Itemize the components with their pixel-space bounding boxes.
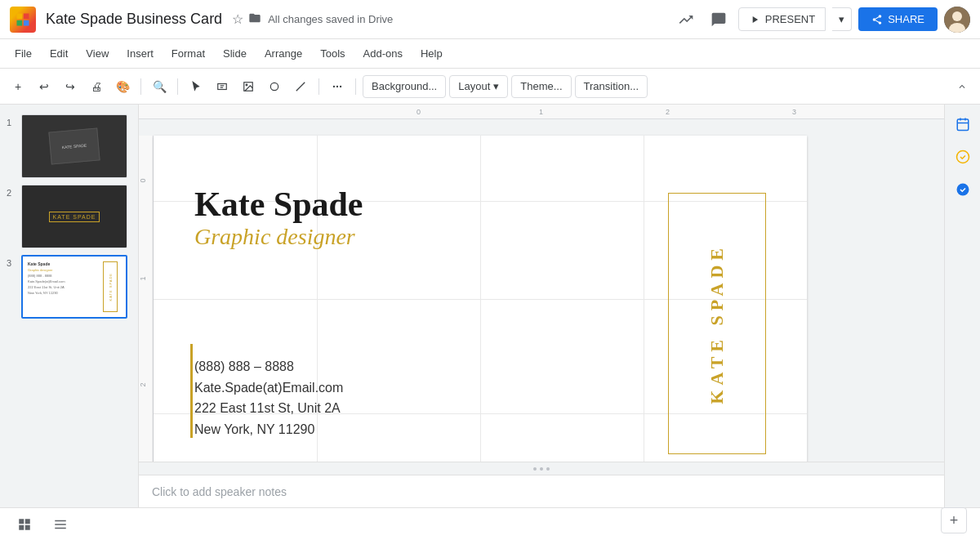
toolbar-sep-4 [355,78,356,95]
svg-point-15 [336,85,338,87]
sep-dot-1 [533,467,537,471]
toolbar-add-btn[interactable]: + [7,75,29,98]
svg-point-5 [952,11,962,21]
toolbar-textbox[interactable] [211,75,234,98]
slide-num-3: 3 [7,258,16,268]
toolbar-shape[interactable] [263,75,286,98]
slide-thumb-1[interactable]: 1 KATE SPADE [0,111,138,181]
theme-button[interactable]: Theme... [511,75,571,98]
menu-slide[interactable]: Slide [215,44,255,63]
slide-address1: 222 East 11st St, Unit 2A [194,398,343,419]
slide-image-3: Kate Spade Graphic designer (888) 888 - … [21,255,127,319]
slide-image-2: KATE SPADE [21,185,127,248]
ruler-horizontal: 0 1 2 3 [139,105,944,119]
layout-dropdown-icon: ▾ [493,80,499,92]
menu-help[interactable]: Help [412,44,451,63]
folder-icon[interactable] [248,11,261,28]
svg-line-13 [296,82,305,91]
menu-bar: File Edit View Insert Format Slide Arran… [0,39,980,69]
slide-num-1: 1 [7,118,16,127]
slide-email: Kate.Spade(at)Email.com [194,377,343,399]
list-view-icon[interactable] [49,513,72,536]
speaker-notes[interactable]: Click to add speaker notes [139,475,944,507]
activity-icon[interactable] [673,7,699,33]
add-slide-button[interactable]: + [941,507,967,533]
side-vertical-text: KATE SPADE [706,243,728,404]
document-title: Kate Spade Business Card [46,11,222,28]
menu-file[interactable]: File [7,44,40,63]
top-right-actions: PRESENT ▾ SHARE [673,7,970,33]
svg-rect-23 [19,519,24,524]
avatar[interactable] [944,7,970,33]
toolbar-redo-btn[interactable]: ↪ [59,75,82,98]
slide-thumb-2[interactable]: 2 KATE SPADE [0,181,138,252]
title-bar: Kate Spade Business Card ☆ All changes s… [0,0,980,39]
menu-view[interactable]: View [78,44,117,63]
app-icon[interactable] [10,7,36,33]
thumb3-side-box: KATE SPADE [103,261,118,312]
sep-dots-area [139,462,944,475]
right-icon-tasks[interactable] [950,144,976,170]
toolbar-zoom-out[interactable]: 🔍 [148,75,171,98]
toolbar-select[interactable] [185,75,207,98]
present-dropdown[interactable]: ▾ [832,7,852,31]
toolbar-image[interactable] [237,75,260,98]
menu-edit[interactable]: Edit [42,44,76,63]
thumb3-vtext: KATE SPADE [109,273,113,301]
slide-name[interactable]: Kate Spade [194,185,363,224]
side-box[interactable]: KATE SPADE [668,193,766,454]
svg-point-14 [333,85,335,87]
toolbar-collapse[interactable] [951,75,973,98]
background-button[interactable]: Background... [363,75,446,98]
comment-icon[interactable] [706,7,732,33]
toolbar-line[interactable] [289,75,312,98]
menu-tools[interactable]: Tools [312,44,353,63]
svg-rect-24 [25,519,30,524]
menu-arrange[interactable]: Arrange [256,44,310,63]
right-icon-more[interactable] [950,176,976,203]
saved-status: All changes saved in Drive [268,13,393,25]
menu-insert[interactable]: Insert [118,44,162,63]
present-button[interactable]: PRESENT [738,7,826,31]
svg-rect-7 [218,83,227,89]
slide-contact[interactable]: (888) 888 – 8888 Kate.Spade(at)Email.com… [194,356,343,440]
bottom-bar: + [0,507,980,540]
toolbar-print-btn[interactable]: 🖨 [85,75,108,98]
right-icon-calendar[interactable] [950,111,976,137]
notes-placeholder[interactable]: Click to add speaker notes [152,485,287,498]
canvas-scroll[interactable]: 0 1 2 Kate Spade Graphic designer [139,119,944,462]
grid-v-2 [480,136,481,462]
ruler-vertical: 0 1 2 [139,136,154,462]
svg-point-22 [956,184,969,196]
toolbar-sep-3 [318,78,319,95]
toolbar-more[interactable] [326,75,349,98]
slide-canvas[interactable]: Kate Spade Graphic designer (888) 888 – … [154,136,807,462]
svg-point-16 [340,85,341,87]
star-icon[interactable]: ☆ [232,11,243,27]
svg-rect-25 [19,524,24,529]
slide-designer-title[interactable]: Graphic designer [194,224,355,250]
svg-rect-17 [957,119,969,131]
right-panel [944,105,980,507]
svg-rect-2 [17,20,23,25]
layout-button[interactable]: Layout ▾ [449,75,508,98]
slide-phone: (888) 888 – 8888 [194,356,343,377]
transition-button[interactable]: Transition... [575,75,648,98]
thumb1-card: KATE SPADE [48,127,100,164]
share-button[interactable]: SHARE [858,7,938,31]
content-area: 1 KATE SPADE 2 KATE SPADE 3 [0,105,980,507]
grid-view-icon[interactable] [13,513,36,536]
grid-v-3 [644,136,644,462]
svg-point-12 [270,83,278,90]
thumb2-label: KATE SPADE [49,212,100,222]
title-icons: ☆ [232,11,261,28]
accent-bar [190,344,193,438]
svg-rect-26 [25,524,30,529]
slide-thumb-3[interactable]: 3 Kate Spade Graphic designer (888) 888 … [0,252,138,322]
svg-point-21 [956,151,969,163]
menu-addons[interactable]: Add-ons [355,44,411,63]
toolbar-undo-btn[interactable]: ↩ [33,75,56,98]
sep-dot-2 [540,467,543,471]
menu-format[interactable]: Format [163,44,213,63]
toolbar-paintformat-btn[interactable]: 🎨 [111,75,134,98]
